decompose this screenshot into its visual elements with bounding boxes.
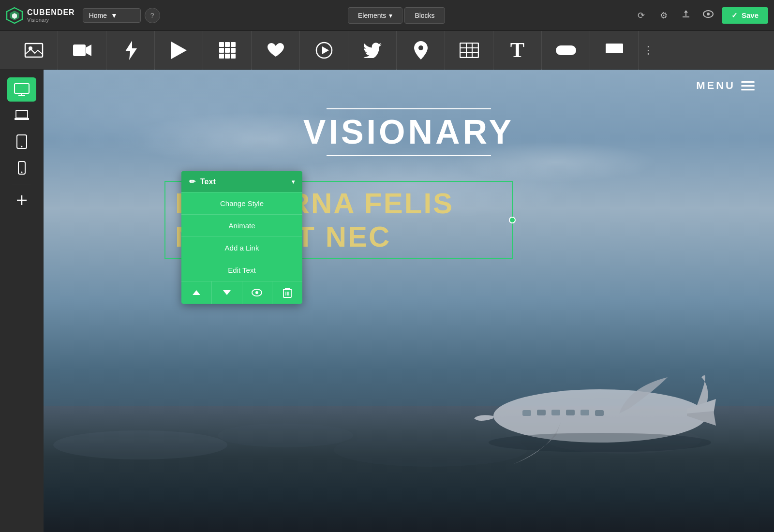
svg-rect-45	[522, 410, 531, 416]
change-style-item[interactable]: Change Style	[181, 192, 302, 214]
mobile-view-button[interactable]	[7, 156, 36, 180]
edit-text-item[interactable]: Edit Text	[181, 259, 302, 281]
brand-logo-area: CUBENDER Visionary	[6, 7, 75, 24]
svg-rect-9	[219, 42, 224, 47]
image-tool[interactable]	[10, 31, 58, 70]
svg-rect-16	[225, 54, 230, 59]
left-sidebar	[0, 70, 44, 532]
svg-marker-19	[322, 46, 329, 54]
save-check-icon: ✓	[731, 11, 738, 20]
resize-handle[interactable]	[509, 217, 516, 223]
svg-rect-15	[219, 54, 224, 59]
upload-icon	[681, 9, 691, 21]
settings-icon: ⚙	[660, 10, 668, 21]
image2-tool[interactable]	[590, 31, 639, 70]
svg-rect-47	[551, 410, 560, 415]
svg-rect-10	[225, 42, 230, 47]
menu-hamburger-icon	[741, 81, 755, 90]
hero-title-area: VISIONARY	[264, 108, 554, 156]
svg-rect-21	[460, 43, 478, 58]
svg-rect-5	[25, 44, 43, 57]
heart-tool[interactable]	[252, 31, 300, 70]
preview-button[interactable]	[700, 7, 717, 24]
hero-top-line	[327, 108, 491, 109]
text-tool-label: T	[510, 38, 524, 62]
flash-tool[interactable]	[106, 31, 155, 70]
svg-point-37	[21, 172, 23, 173]
tablet-view-button[interactable]	[7, 130, 36, 154]
preview-icon	[703, 9, 714, 21]
help-icon: ?	[150, 12, 154, 19]
svg-point-4	[707, 13, 710, 15]
context-menu-footer	[181, 281, 302, 304]
button-tool[interactable]	[542, 31, 590, 70]
save-label: Save	[742, 11, 759, 19]
svg-point-40	[53, 430, 227, 459]
visibility-button[interactable]	[242, 281, 273, 304]
page-selector-icon: ▼	[111, 12, 118, 19]
add-link-item[interactable]: Add a Link	[181, 236, 302, 259]
text-tool[interactable]: T	[493, 31, 542, 70]
menu-text: MENU	[696, 79, 735, 92]
media-tool[interactable]	[155, 31, 203, 70]
sidebar-divider	[12, 184, 31, 184]
svg-point-53	[255, 291, 258, 294]
elements-button[interactable]: Elements ▾	[348, 7, 402, 24]
grid-tool[interactable]	[203, 31, 252, 70]
plane-wreck-illustration	[464, 329, 735, 484]
table-tool[interactable]	[445, 31, 493, 70]
elements-chevron-icon: ▾	[389, 12, 392, 19]
delete-button[interactable]	[272, 281, 302, 304]
toolbar-overflow-icon: ⋮	[643, 44, 654, 57]
move-up-button[interactable]	[181, 281, 212, 304]
canvas-area: MENU VISIONARY LLUS URNA FELISNCIDUNT NE…	[44, 70, 774, 532]
svg-rect-49	[580, 410, 589, 415]
element-toolbar: T ⋮	[0, 31, 774, 70]
animate-item[interactable]: Animate	[181, 214, 302, 236]
location-tool[interactable]	[397, 31, 445, 70]
laptop-view-button[interactable]	[7, 103, 36, 128]
svg-rect-11	[231, 42, 236, 47]
context-menu-title: Text	[200, 177, 287, 186]
play-tool[interactable]	[300, 31, 348, 70]
context-menu-chevron-icon: ▾	[292, 178, 295, 185]
page-selector[interactable]: Home ▼	[83, 8, 141, 23]
add-view-button[interactable]	[7, 188, 36, 212]
cubender-logo-icon	[6, 7, 23, 24]
context-menu-header: ✏ Text ▾	[181, 171, 302, 192]
svg-rect-26	[556, 45, 576, 55]
svg-rect-33	[15, 118, 29, 120]
svg-rect-17	[231, 54, 236, 59]
help-button[interactable]: ?	[145, 8, 160, 23]
settings-button[interactable]: ⚙	[655, 7, 672, 24]
elements-label: Elements	[358, 12, 386, 19]
svg-rect-50	[595, 410, 604, 416]
svg-rect-12	[219, 48, 224, 53]
history-button[interactable]: ⟳	[633, 7, 650, 24]
top-navigation: CUBENDER Visionary Home ▼ ? Elements ▾ B…	[0, 0, 774, 31]
desktop-view-button[interactable]	[7, 77, 36, 102]
twitter-tool[interactable]	[348, 31, 397, 70]
move-down-button[interactable]	[212, 281, 242, 304]
history-icon: ⟳	[638, 10, 645, 21]
hero-title: VISIONARY	[264, 115, 554, 149]
svg-rect-13	[225, 48, 230, 53]
hero-bottom-line	[327, 155, 491, 156]
toolbar-overflow[interactable]: ⋮	[639, 31, 658, 70]
main-area: MENU VISIONARY LLUS URNA FELISNCIDUNT NE…	[0, 70, 774, 532]
svg-point-20	[418, 45, 423, 50]
svg-rect-7	[73, 44, 86, 56]
svg-rect-48	[566, 410, 575, 415]
blocks-button[interactable]: Blocks	[404, 7, 445, 24]
save-button[interactable]: ✓ Save	[722, 7, 768, 24]
svg-point-35	[21, 146, 23, 148]
video-tool[interactable]	[58, 31, 106, 70]
svg-rect-14	[231, 48, 236, 53]
svg-point-41	[218, 423, 353, 447]
svg-rect-28	[606, 53, 623, 57]
menu-label: MENU	[696, 79, 755, 92]
brand-name: CUBENDER	[27, 8, 75, 17]
svg-rect-29	[15, 84, 29, 93]
upload-button[interactable]	[677, 7, 695, 24]
canvas-background: MENU VISIONARY LLUS URNA FELISNCIDUNT NE…	[44, 70, 774, 532]
